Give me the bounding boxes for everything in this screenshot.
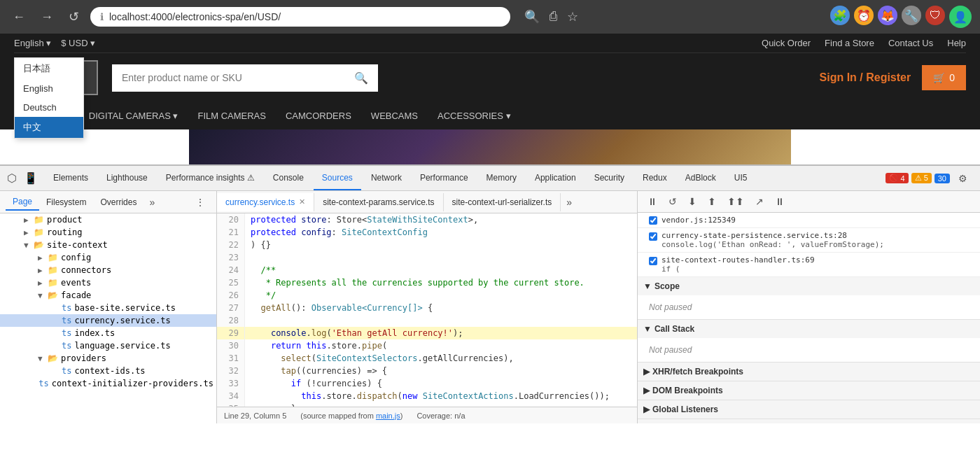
tab-security[interactable]: Security bbox=[586, 166, 633, 190]
tab-memory[interactable]: Memory bbox=[478, 166, 525, 190]
source-tab-serializer[interactable]: site-context-url-serializer.ts bbox=[444, 193, 561, 211]
tab-performance-insights[interactable]: Performance insights ⚠ bbox=[158, 166, 263, 190]
ext-icon-4[interactable]: 🔧 bbox=[902, 6, 921, 25]
debug-toolbar: ⏸ ↺ ⬇ ⬆ ⬆⬆ ↗ ⏸ bbox=[638, 191, 980, 213]
reload-button[interactable]: ↺ bbox=[64, 6, 83, 27]
tab-performance[interactable]: Performance bbox=[412, 166, 477, 190]
nav-film-cameras[interactable]: FILM CAMERAS bbox=[188, 102, 276, 129]
step-button[interactable]: ⬆⬆ bbox=[723, 194, 748, 209]
language-selector[interactable]: English ▾ bbox=[14, 38, 51, 48]
user-avatar[interactable]: 👤 bbox=[949, 6, 972, 28]
nav-camcorders[interactable]: CAMCORDERS bbox=[276, 102, 361, 129]
devtools-inspect-icon[interactable]: ⬡ bbox=[7, 171, 17, 185]
address-bar[interactable]: ℹ localhost:4000/electronics-spa/en/USD/ bbox=[90, 7, 510, 27]
tab-sources[interactable]: Sources bbox=[314, 166, 361, 190]
source-content: 20 protected store: Store<StateWithSiteC… bbox=[217, 213, 637, 407]
nav-accessories[interactable]: ACCESSORIES ▾ bbox=[428, 102, 521, 129]
step-over-button[interactable]: ↺ bbox=[664, 194, 681, 209]
contact-link[interactable]: Contact Us bbox=[888, 38, 933, 48]
tab-network[interactable]: Network bbox=[363, 166, 410, 190]
step-into-button[interactable]: ⬇ bbox=[684, 194, 701, 209]
cart-button[interactable]: 🛒 0 bbox=[922, 65, 966, 90]
folder-label-events: events bbox=[61, 278, 91, 288]
tab-application[interactable]: Application bbox=[526, 166, 584, 190]
tree-item-base-site-service[interactable]: ts base-site.service.ts bbox=[0, 302, 216, 314]
global-listeners-header[interactable]: ▶ Global Listeners bbox=[638, 400, 980, 419]
find-store-link[interactable]: Find a Store bbox=[825, 38, 874, 48]
currency-selector[interactable]: $ USD ▾ bbox=[61, 38, 95, 48]
source-tab-params[interactable]: site-context-params.service.ts bbox=[314, 193, 443, 211]
source-tab-close-currency[interactable]: ✕ bbox=[299, 197, 305, 206]
devtools-settings[interactable]: ⚙ bbox=[953, 170, 973, 187]
tree-item-context-initializer[interactable]: ts context-initializer-providers.ts bbox=[0, 377, 216, 390]
devtools-mobile-icon[interactable]: 📱 bbox=[24, 171, 38, 185]
breakpoint-routes-handler-label[interactable]: site-context-routes-handler.ts:69 if ( bbox=[649, 255, 974, 274]
tab-ui5[interactable]: UI5 bbox=[726, 166, 756, 190]
tree-item-index[interactable]: ts index.ts bbox=[0, 327, 216, 339]
back-button[interactable]: ← bbox=[8, 7, 29, 27]
xhr-breakpoints-header[interactable]: ▶ XHR/fetch Breakpoints bbox=[638, 363, 980, 381]
tree-item-currency-service[interactable]: ts currency.service.ts bbox=[0, 314, 216, 327]
tab-lighthouse[interactable]: Lighthouse bbox=[98, 166, 156, 190]
xhr-breakpoints-toggle: ▶ bbox=[643, 367, 650, 377]
dom-breakpoints-header[interactable]: ▶ DOM Breakpoints bbox=[638, 381, 980, 400]
ext-icon-5[interactable]: 🛡 bbox=[925, 6, 945, 25]
toggle-breakpoints-active[interactable]: ⏸ bbox=[771, 194, 789, 209]
tree-item-facade[interactable]: ▼ 📂 facade bbox=[0, 289, 216, 302]
panel-more-button[interactable]: » bbox=[144, 194, 160, 211]
ext-icon-3[interactable]: 🦊 bbox=[878, 6, 897, 25]
lang-option-deutsch[interactable]: Deutsch bbox=[15, 98, 83, 117]
tab-filesystem[interactable]: Filesystem bbox=[39, 195, 93, 210]
source-tab-currency[interactable]: currency.service.ts ✕ bbox=[217, 193, 314, 211]
tab-adblock[interactable]: AdBlock bbox=[677, 166, 724, 190]
breakpoint-vendor-checkbox[interactable] bbox=[649, 216, 657, 225]
sign-in-link[interactable]: Sign In / Register bbox=[820, 71, 911, 84]
breakpoint-vendor-label[interactable]: vendor.js:125349 bbox=[649, 216, 974, 225]
bookmark-icon[interactable]: ☆ bbox=[567, 9, 578, 24]
tree-item-language-service[interactable]: ts language.service.ts bbox=[0, 339, 216, 352]
call-stack-header[interactable]: ▼ Call Stack bbox=[638, 320, 980, 338]
tab-elements[interactable]: Elements bbox=[45, 166, 97, 190]
tree-item-context-ids[interactable]: ts context-ids.ts bbox=[0, 365, 216, 377]
file-tree: ▶ 📁 product ▶ 📁 routing ▼ 📂 site-context bbox=[0, 213, 216, 423]
nav-webcams[interactable]: WEBCAMS bbox=[361, 102, 428, 129]
tab-console[interactable]: Console bbox=[265, 166, 312, 190]
tree-item-config[interactable]: ▶ 📁 config bbox=[0, 251, 216, 264]
nav-digital-cameras[interactable]: DIGITAL CAMERAS ▾ bbox=[79, 102, 188, 129]
search-icon[interactable]: 🔍 bbox=[524, 9, 540, 24]
tree-item-providers[interactable]: ▼ 📂 providers bbox=[0, 352, 216, 365]
tab-page[interactable]: Page bbox=[6, 194, 39, 211]
pause-button[interactable]: ⏸ bbox=[643, 194, 662, 209]
share-icon[interactable]: ⎙ bbox=[550, 9, 557, 24]
tab-redux[interactable]: Redux bbox=[634, 166, 676, 190]
code-line-29: 29 console.log('Ethan getAll currency!')… bbox=[217, 327, 637, 339]
ext-icon-2[interactable]: ⏰ bbox=[854, 6, 874, 25]
help-link[interactable]: Help bbox=[947, 38, 966, 48]
source-map-link[interactable]: main.js bbox=[376, 412, 400, 420]
deactivate-breakpoints[interactable]: ↗ bbox=[751, 194, 768, 209]
forward-button[interactable]: → bbox=[36, 7, 57, 27]
tree-item-routing[interactable]: ▶ 📁 routing bbox=[0, 226, 216, 239]
tree-item-site-context[interactable]: ▼ 📂 site-context bbox=[0, 239, 216, 251]
lang-option-japanese[interactable]: 日本語 bbox=[15, 58, 83, 79]
tab-overrides[interactable]: Overrides bbox=[93, 195, 144, 210]
lang-option-english[interactable]: English bbox=[15, 79, 83, 98]
scope-header[interactable]: ▼ Scope bbox=[638, 277, 980, 295]
tree-item-events[interactable]: ▶ 📁 events bbox=[0, 276, 216, 289]
event-listener-breakpoints-header[interactable]: ▶ Event Listener Breakpoints bbox=[638, 419, 980, 423]
source-tabs-more[interactable]: » bbox=[561, 194, 578, 211]
breakpoint-currency-persistence-checkbox[interactable] bbox=[649, 232, 657, 241]
quick-order-link[interactable]: Quick Order bbox=[762, 38, 811, 48]
tree-item-connectors[interactable]: ▶ 📁 connectors bbox=[0, 264, 216, 276]
search-input[interactable] bbox=[112, 64, 344, 92]
ext-icon-1[interactable]: 🧩 bbox=[830, 6, 850, 25]
language-dropdown: 日本語 English Deutsch 中文 bbox=[14, 57, 84, 139]
breakpoint-routes-handler-checkbox[interactable] bbox=[649, 257, 657, 265]
search-button[interactable]: 🔍 bbox=[344, 64, 378, 92]
debug-panel: ⏸ ↺ ⬇ ⬆ ⬆⬆ ↗ ⏸ vendor.js:125349 bbox=[637, 191, 980, 423]
panel-options-button[interactable]: ⋮ bbox=[190, 194, 211, 211]
tree-item-product[interactable]: ▶ 📁 product bbox=[0, 213, 216, 226]
lang-option-chinese[interactable]: 中文 bbox=[15, 117, 83, 138]
step-out-button[interactable]: ⬆ bbox=[704, 194, 720, 209]
breakpoint-currency-persistence-label[interactable]: currency-state-persistence.service.ts:28… bbox=[649, 231, 974, 249]
